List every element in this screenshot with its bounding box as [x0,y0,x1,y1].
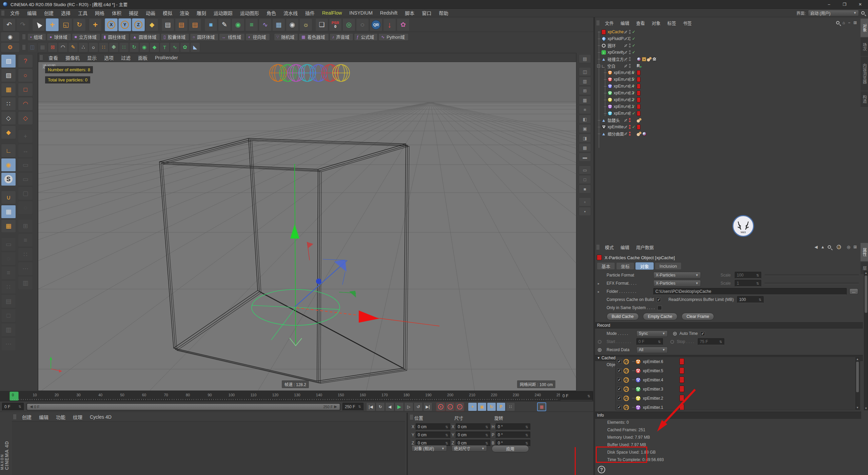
side-palette-icon-6[interactable]: ≡ [579,105,591,114]
cached-checkbox[interactable]: ✓ [617,359,622,364]
enabled-check-icon[interactable]: ✓ [632,77,635,82]
coord-field-位置-Y[interactable]: 0 cm⇅ [416,432,450,438]
field-随机域[interactable]: ∵随机域 [274,33,298,41]
play-backwards-button[interactable]: ↺ [414,402,423,411]
maximize-button[interactable]: ❐ [837,0,852,9]
edit-toggle-icon[interactable] [624,57,628,61]
cache-tag-icon[interactable] [637,77,640,82]
enabled-check-icon[interactable]: ✓ [632,104,635,109]
object-row-xpGravity[interactable]: ↓xpGravity✓ [597,49,861,56]
menu-模拟[interactable]: 模拟 [159,10,176,16]
menu-grip[interactable] [1,11,4,16]
visibility-dots[interactable] [629,132,631,136]
mg-voronoi[interactable]: ◉ [139,42,149,52]
visibility-dots[interactable] [629,98,631,102]
cache-tag-icon[interactable] [637,111,640,116]
mg-dot-circle[interactable]: ○ [88,42,98,52]
coordinate-system-button[interactable]: ◆ [145,18,158,31]
lock-x-axis-button[interactable]: X [105,18,118,31]
visibility-dots[interactable] [629,104,631,109]
edit-toggle-icon[interactable] [624,91,628,95]
goto-end-button[interactable]: ▶| [423,402,432,411]
last-used-tool[interactable]: + [89,18,102,31]
side-palette-icon-10[interactable]: ▩ [579,143,591,152]
sidebar-tool-6[interactable]: □ [1,309,16,322]
vp-menu-摄像机[interactable]: 摄像机 [62,54,83,61]
make-editable-button[interactable]: ◉ [1,32,20,42]
menu-帮助[interactable]: 帮助 [435,10,452,16]
side-palette-icon-11[interactable]: ▬ [579,153,591,162]
side-tool-9[interactable]: ∷ [18,248,33,261]
enabled-check-icon[interactable]: ✓ [632,91,635,95]
psr-button[interactable]: PSR0 [329,18,342,31]
mg-spline-paint[interactable]: ✎ [68,42,78,52]
field-线性域[interactable]: ↔线性域 [219,33,245,41]
object-row-xpCache[interactable]: xpCache✓ [597,28,861,35]
key-scale-button[interactable]: ▣ [477,402,487,411]
om-menu-书签[interactable]: 书签 [679,20,695,26]
menu-网格[interactable]: 网格 [91,10,108,16]
mg-text3d[interactable]: ▦ [38,42,47,52]
attribute-scrollbar[interactable]: ▲ ▼ [864,271,868,410]
efx-format-dropdown[interactable]: X-Particles▼ [653,280,701,287]
mg-cloner[interactable]: ∷ [119,42,129,52]
edit-toggle-icon[interactable] [624,37,628,41]
render-picture-viewer-button[interactable]: ▤ [175,18,188,31]
mat-menu-纹理[interactable]: 纹理 [69,414,86,420]
edit-toggle-icon[interactable] [624,30,628,34]
field-着色器域[interactable]: ▦着色器域 [299,33,329,41]
r-tag-icon[interactable]: R [637,63,642,68]
minimize-path-icon[interactable]: − [848,20,850,25]
menu-脚本[interactable]: 脚本 [401,10,418,16]
field-立方体域[interactable]: ■立方体域 [72,33,100,41]
menu-创建[interactable]: 创建 [40,10,57,16]
unlocked-lock-icon[interactable] [624,396,629,401]
history-back-icon[interactable]: ◀ [814,245,817,249]
model-mode[interactable]: ▧ [1,54,16,68]
cache-tag-icon[interactable] [679,367,684,374]
visibility-dots[interactable] [629,57,631,61]
side-palette-icon-2[interactable]: ◫ [579,67,591,76]
rotate-tool[interactable]: ↻ [73,18,86,31]
tab-内容浏览器[interactable]: 内容浏览器 [861,57,868,91]
menu-雕刻[interactable]: 雕刻 [193,10,210,16]
edit-toggle-icon[interactable] [624,44,628,48]
array-button[interactable]: ≡ [245,18,258,31]
field-组域[interactable]: ▪组域 [27,33,46,41]
tab-场次[interactable]: 场次 [861,38,868,56]
interface-dropdown[interactable]: 启动 (用户)▼ [808,10,859,16]
qr-button[interactable]: QR [370,18,382,31]
field-Python域[interactable]: ∿Python域 [378,33,409,41]
sidebar-tool-3[interactable]: ≡ [1,266,16,280]
menu-文件[interactable]: 文件 [6,10,23,16]
display-tag-button[interactable]: ❏ [315,18,328,31]
menu-体积[interactable]: 体积 [108,10,125,16]
question-select-tool[interactable]: ? [18,54,33,68]
cached-list-scrollbar[interactable]: ▲ ▼ [855,357,860,410]
cached-checkbox[interactable]: ✓ [617,405,622,410]
object-row-骷髅头[interactable]: ▲骷髅头 [597,117,861,124]
autokey-toggle-button[interactable]: ◐ [446,402,455,411]
points-mode[interactable]: ∷ [1,97,16,111]
fields-grip[interactable] [22,34,25,39]
current-frame-field[interactable]: 0 F⇅ [2,403,24,411]
enabled-check-icon[interactable]: ✓ [632,36,635,41]
cached-checkbox[interactable]: ✓ [617,396,622,400]
clear-frame-button[interactable]: Clear Frame [682,313,714,320]
side-tool-8[interactable]: ≡ [18,233,33,247]
lock-icon[interactable] [837,245,841,249]
deformer-button[interactable]: ∿ [259,18,272,31]
record-section-header[interactable]: Record [595,322,863,328]
menu-渲染[interactable]: 渲染 [176,10,193,16]
field-声音域[interactable]: ♪声音域 [330,33,353,41]
sidebar-tool-5[interactable]: ▤ [1,294,16,308]
workplane-mode[interactable]: ▦ [1,83,16,96]
vp-menu-查看[interactable]: 查看 [45,54,62,61]
object-row-xpEmitter[interactable]: xpEmitter✓ [597,110,861,117]
visibility-dots[interactable] [629,118,631,122]
mg-crossed-spline[interactable]: ⊠ [48,42,58,52]
lasso-selection-tool[interactable]: ◠ [18,97,33,111]
side-palette-icon-4[interactable]: ⊞ [579,86,591,95]
side-palette-icon-12[interactable]: ▭ [579,166,591,174]
cached-checkbox[interactable]: ✓ [617,378,622,382]
